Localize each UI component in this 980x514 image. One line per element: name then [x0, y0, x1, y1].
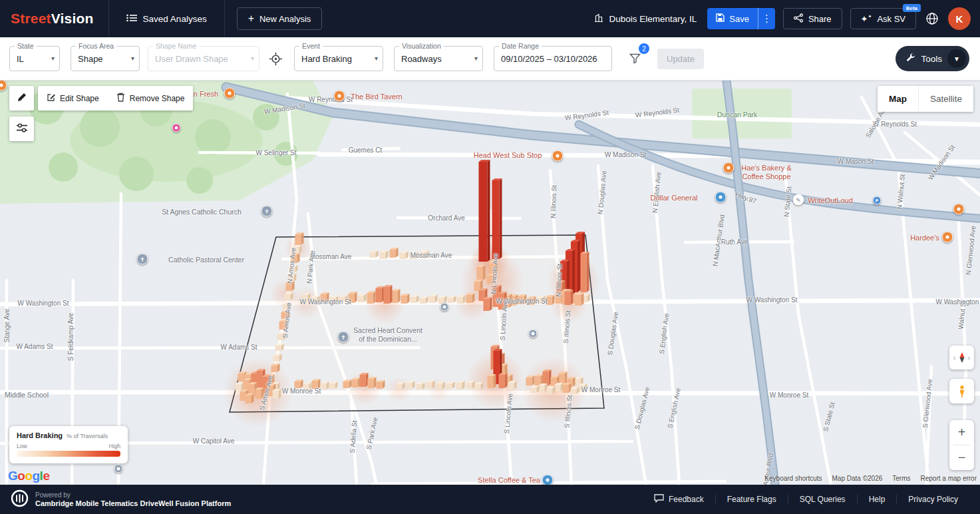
viz-bar [277, 332, 286, 340]
building-icon [594, 13, 603, 25]
poi-marker-poi-right-edge[interactable] [953, 204, 965, 215]
viz-bar [392, 289, 401, 303]
poi-marker-st-agnes[interactable]: ✝ [261, 206, 273, 217]
viz-bar [539, 384, 548, 392]
poi-marker-salon[interactable] [172, 124, 181, 132]
poi-marker-hardees[interactable] [942, 232, 953, 243]
poi-marker-mexican-fresh[interactable] [224, 88, 236, 99]
poi-marker-catholic-pastoral-center[interactable]: ✝ [137, 254, 148, 265]
zoom-in-button[interactable]: + [949, 420, 974, 445]
report-error-link[interactable]: Report a map error [921, 475, 977, 482]
legend-card: Hard Braking % of Traversals Low High [9, 426, 128, 463]
new-analysis-button[interactable]: + New Analysis [237, 7, 323, 30]
viz-bar [499, 373, 508, 388]
viz-bar [416, 382, 425, 389]
save-button[interactable]: Save [707, 8, 758, 29]
viz-bar [283, 302, 291, 310]
chat-bubble-icon [654, 494, 664, 505]
poi-marker-poi[interactable] [114, 465, 123, 473]
map-canvas[interactable]: W Reynolds StW Reynolds StW Reynolds StW… [0, 81, 980, 485]
update-button: Update [657, 49, 704, 69]
poi-marker-poi[interactable] [440, 303, 449, 312]
viz-bar [429, 294, 438, 303]
terms-link[interactable]: Terms [892, 475, 910, 482]
viz-bar [546, 295, 555, 305]
viz-bar [303, 382, 312, 389]
viz-bar [255, 387, 264, 399]
viz-bar [420, 250, 429, 258]
platform-branding: Powered by Cambridge Mobile Telematics D… [11, 489, 231, 510]
save-icon [716, 13, 725, 24]
poi-marker-stella-coffee[interactable] [542, 475, 554, 485]
viz-bar [377, 380, 385, 389]
feedback-link[interactable]: Feedback [643, 494, 715, 505]
viz-bar [368, 377, 377, 388]
state-select[interactable]: State IL ▾ [9, 46, 60, 71]
feature-flags-link[interactable]: Feature Flags [715, 495, 788, 504]
map-type-map[interactable]: Map [878, 86, 918, 112]
app-logo[interactable]: StreetVision [0, 11, 108, 27]
focus-area-select[interactable]: Focus Area Shape ▾ [71, 46, 140, 71]
viz-bar [466, 293, 475, 303]
viz-bar [367, 291, 376, 304]
viz-bar [311, 296, 320, 303]
viz-bar [563, 383, 572, 393]
street-view-pegman[interactable] [949, 379, 974, 403]
rotate-left-icon: ‹ [953, 354, 956, 362]
viz-bar [407, 381, 415, 389]
poi-marker-writeoutloud[interactable]: ✎ [793, 194, 804, 206]
viz-bar [448, 296, 456, 303]
privacy-policy-link[interactable]: Privacy Policy [896, 495, 969, 504]
chevron-down-icon: ▾ [251, 55, 254, 62]
filter-count-badge: 2 [639, 43, 649, 54]
compass-control[interactable]: ‹ › [949, 346, 974, 370]
user-avatar[interactable]: K [948, 7, 971, 30]
top-bar: StreetVision Saved Analyses + New Analys… [0, 0, 980, 37]
saved-analyses-button[interactable]: Saved Analyses [109, 0, 224, 37]
location-selector[interactable]: Dubois Elementary, IL [594, 13, 697, 25]
visualization-select[interactable]: Visualization Roadways ▾ [394, 46, 483, 71]
viz-bar [484, 297, 492, 311]
keyboard-shortcuts-link[interactable]: Keyboard shortcuts [764, 475, 822, 482]
help-link[interactable]: Help [857, 495, 897, 504]
cmt-logo-icon [11, 489, 29, 510]
poi-marker-head-west-sub-stop[interactable] [552, 150, 564, 162]
globe-icon[interactable] [925, 12, 939, 25]
viz-bar [289, 265, 298, 272]
ask-sv-button[interactable]: Beta ✦✦ Ask SV [850, 8, 916, 29]
poi-marker-parking[interactable]: P [873, 196, 882, 205]
locate-shape-button[interactable] [263, 47, 287, 71]
map-type-satellite[interactable]: Satellite [918, 86, 973, 112]
event-select[interactable]: Event Hard Braking ▾ [294, 46, 383, 71]
poi-marker-bird-tavern[interactable] [334, 91, 345, 102]
viz-bar [273, 389, 281, 399]
poi-marker-sacred-heart-convent[interactable]: ✝ [338, 332, 349, 343]
poi-marker-dollar-general[interactable] [715, 192, 727, 203]
tune-icon [17, 123, 27, 135]
sql-queries-link[interactable]: SQL Queries [788, 495, 857, 504]
rotate-right-icon: › [968, 354, 971, 362]
viz-bar [477, 265, 486, 280]
edit-shape-button[interactable]: Edit Shape [38, 86, 108, 111]
poi-marker-haes-bakery[interactable] [723, 162, 735, 174]
viz-bar [555, 383, 564, 391]
viz-bar [547, 386, 556, 394]
kebab-icon: ⋮ [762, 13, 772, 25]
share-button[interactable]: Share [783, 8, 842, 29]
tools-button[interactable]: Tools ▼ [896, 46, 969, 71]
footer-bar: Powered by Cambridge Mobile Telematics D… [0, 485, 980, 514]
viz-bar [498, 292, 507, 310]
zoom-out-button[interactable]: − [949, 445, 974, 470]
viz-bar [288, 273, 297, 282]
layer-settings-button[interactable] [9, 117, 34, 141]
viz-bar [384, 285, 393, 304]
poi-marker-poi[interactable] [529, 330, 538, 338]
viz-bar [575, 293, 584, 306]
remove-shape-button[interactable]: Remove Shape [108, 86, 194, 111]
draw-shape-button[interactable] [9, 86, 34, 111]
date-range-field[interactable]: Date Range 09/10/2025 – 03/10/2026 [494, 46, 612, 71]
save-menu-button[interactable]: ⋮ [758, 8, 775, 29]
viz-bar [489, 261, 498, 274]
viz-bar [295, 232, 304, 245]
viz-bar [466, 381, 475, 389]
